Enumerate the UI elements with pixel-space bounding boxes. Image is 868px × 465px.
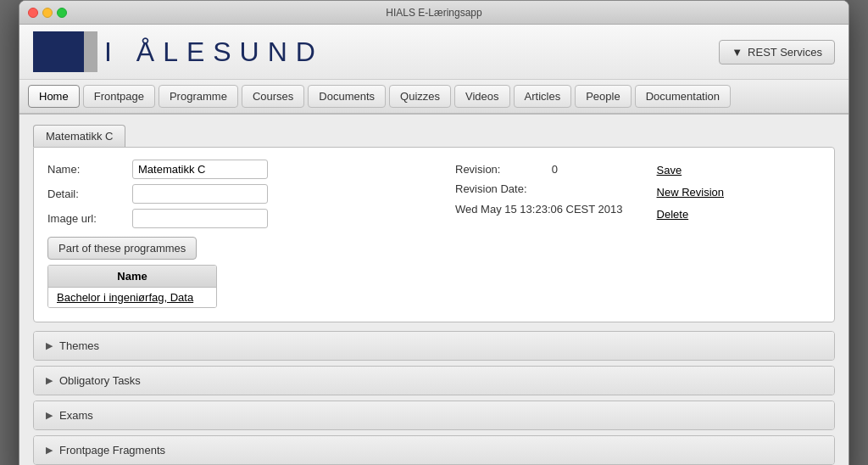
themes-header[interactable]: ▶ Themes <box>34 332 834 360</box>
part-of-programmes-button[interactable]: Part of these programmes <box>47 237 197 260</box>
zoom-button[interactable] <box>57 8 67 18</box>
logo-area: I ÅLESUND <box>33 31 324 72</box>
tab-courses[interactable]: Courses <box>242 85 304 108</box>
detail-row: Detail: <box>47 184 413 204</box>
revision-date-value: Wed May 15 13:23:06 CEST 2013 <box>455 203 623 216</box>
rest-services-button[interactable]: ▼ REST Services <box>719 40 835 64</box>
revision-row: Revision: 0 <box>455 160 623 179</box>
rest-arrow-icon: ▼ <box>732 46 743 59</box>
frontpage-fragments-label: Frontpage Fragments <box>59 444 165 457</box>
themes-section: ▶ Themes <box>33 331 835 361</box>
tab-frontpage[interactable]: Frontpage <box>83 85 155 108</box>
left-form: Name: Detail: Image url: Part of <box>47 160 413 308</box>
themes-chevron-icon: ▶ <box>46 340 53 351</box>
save-link[interactable]: Save <box>657 160 724 182</box>
programmes-section: Part of these programmes Name Bachelor i… <box>47 237 413 308</box>
app-header: I ÅLESUND ▼ REST Services <box>19 25 849 80</box>
delete-link[interactable]: Delete <box>657 204 724 226</box>
tab-documentation[interactable]: Documentation <box>635 85 731 108</box>
traffic-lights <box>28 8 67 18</box>
image-url-label: Image url: <box>47 212 132 225</box>
tab-home[interactable]: Home <box>28 85 80 108</box>
revision-info: Revision: 0 Revision Date: Wed May 15 13… <box>455 160 623 226</box>
rest-button-label: REST Services <box>748 46 822 59</box>
revision-label: Revision: <box>455 160 548 179</box>
right-info: Revision: 0 Revision Date: Wed May 15 13… <box>430 160 821 308</box>
frontpage-fragments-chevron-icon: ▶ <box>46 445 53 456</box>
image-url-row: Image url: <box>47 209 413 228</box>
name-row: Name: <box>47 160 413 179</box>
programmes-col-header: Name <box>48 266 216 288</box>
tab-articles[interactable]: Articles <box>514 85 572 108</box>
exams-label: Exams <box>59 409 93 422</box>
obligatory-tasks-header[interactable]: ▶ Obligatory Tasks <box>34 367 834 395</box>
content-area: Matematikk C Name: Detail: Image url: <box>19 115 849 465</box>
revision-date-value-row: Wed May 15 13:23:06 CEST 2013 <box>455 199 623 219</box>
revision-date-label: Revision Date: <box>455 179 548 199</box>
exams-header[interactable]: ▶ Exams <box>34 401 834 429</box>
titlebar: HIALS E-Læringsapp <box>19 1 849 25</box>
course-panel: Name: Detail: Image url: Part of <box>33 147 835 322</box>
logo-text: I ÅLESUND <box>104 36 324 68</box>
tab-videos[interactable]: Videos <box>454 85 510 108</box>
revision-date-row: Revision Date: <box>455 179 623 199</box>
frontpage-fragments-section: ▶ Frontpage Fragments <box>33 435 835 465</box>
close-button[interactable] <box>28 8 38 18</box>
minimize-button[interactable] <box>42 8 53 18</box>
frontpage-fragments-header[interactable]: ▶ Frontpage Fragments <box>34 436 834 464</box>
exams-chevron-icon: ▶ <box>46 410 53 421</box>
tab-programme[interactable]: Programme <box>159 85 238 108</box>
window-title: HIALS E-Læringsapp <box>386 7 481 19</box>
logo-gray-block <box>84 31 97 72</box>
detail-input[interactable] <box>132 184 268 204</box>
exams-section: ▶ Exams <box>33 401 835 430</box>
revision-value: 0 <box>552 163 558 176</box>
main-window: HIALS E-Læringsapp I ÅLESUND ▼ REST Serv… <box>19 0 849 465</box>
navbar: Home Frontpage Programme Courses Documen… <box>19 80 849 115</box>
programme-row[interactable]: Bachelor i ingeniørfag, Data <box>48 288 216 307</box>
obligatory-tasks-label: Obligatory Tasks <box>59 374 141 387</box>
name-input[interactable] <box>132 160 268 179</box>
themes-label: Themes <box>59 339 99 352</box>
name-label: Name: <box>47 163 132 176</box>
main-form-area: Name: Detail: Image url: Part of <box>47 160 821 308</box>
tab-quizzes[interactable]: Quizzes <box>389 85 451 108</box>
programmes-table: Name Bachelor i ingeniørfag, Data <box>47 265 217 308</box>
course-tab[interactable]: Matematikk C <box>33 125 125 147</box>
logo-blue-block <box>33 31 84 72</box>
new-revision-link[interactable]: New Revision <box>657 182 724 204</box>
obligatory-tasks-section: ▶ Obligatory Tasks <box>33 366 835 395</box>
obligatory-tasks-chevron-icon: ▶ <box>46 375 53 386</box>
detail-label: Detail: <box>47 188 132 200</box>
image-url-input[interactable] <box>132 209 268 228</box>
tab-people[interactable]: People <box>575 85 631 108</box>
action-links: Save New Revision Delete <box>657 160 724 226</box>
tab-documents[interactable]: Documents <box>308 85 386 108</box>
